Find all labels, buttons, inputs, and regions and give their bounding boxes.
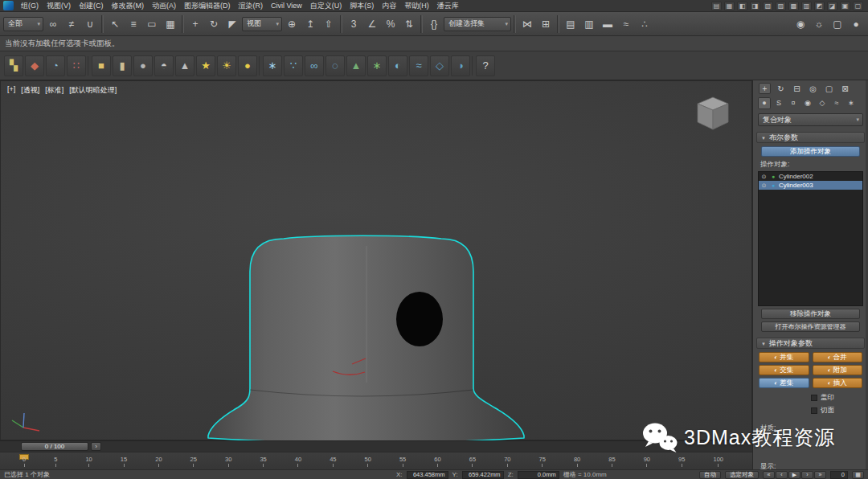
terrain-icon[interactable]: ▲ [346, 55, 366, 76]
star-icon[interactable]: ★ [196, 55, 215, 76]
motion-tab[interactable]: ◎ [807, 83, 819, 94]
next-frame-button[interactable]: › [91, 442, 101, 451]
select-and-move-icon[interactable]: + [186, 15, 204, 33]
hemisphere-icon[interactable]: ◓ [154, 55, 174, 76]
window-crossing-icon[interactable]: ▦ [162, 15, 179, 33]
track-bar[interactable]: 0 5 10 15 20 [0, 452, 752, 469]
x-coordinate-field[interactable]: 643.458mm [407, 471, 448, 479]
rows-icon[interactable]: ▥ [801, 2, 812, 10]
angle-snap-icon[interactable]: ∠ [363, 15, 381, 33]
render-setup-icon[interactable]: ☼ [810, 15, 828, 33]
mesher-icon[interactable]: ◇ [430, 55, 449, 76]
snaps-toggle-icon[interactable]: 3 [345, 15, 362, 33]
menu-item[interactable]: 创建(C) [75, 0, 108, 12]
percent-snap-icon[interactable]: % [382, 15, 399, 33]
imprint-checkbox[interactable]: 盖印 [811, 393, 868, 403]
corner-br-icon[interactable]: ◪ [827, 2, 837, 10]
z-coordinate-field[interactable]: 0.0mm [518, 471, 559, 479]
checkbox[interactable] [811, 407, 817, 414]
half-left-icon[interactable]: ◧ [737, 2, 747, 10]
loft-icon[interactable]: ≈ [409, 55, 428, 76]
yellow-sphere-icon[interactable]: ● [238, 55, 257, 76]
menu-item[interactable]: 潘云库 [433, 0, 463, 12]
menu-item[interactable]: 渲染(R) [235, 0, 268, 12]
3ds-max-logo-icon[interactable] [3, 1, 14, 10]
geometry-category[interactable]: ● [758, 97, 771, 109]
proboolean-icon[interactable]: ◑ [451, 55, 470, 76]
menu-item[interactable]: 组(G) [17, 0, 43, 12]
keyboard-shortcut-override-icon[interactable]: ⇧ [320, 15, 338, 33]
square-dot-icon[interactable]: ▣ [840, 2, 850, 10]
box-icon[interactable]: ■ [92, 55, 111, 76]
shapes-category[interactable]: S [772, 97, 785, 109]
subtract-button[interactable]: 差集 [759, 378, 809, 388]
snowflake-icon[interactable]: ∗ [263, 55, 282, 76]
attach-button[interactable]: 附加 [813, 365, 863, 375]
scene-canvas[interactable] [1, 81, 753, 441]
reference-coordinate-dropdown[interactable]: 视图 [242, 17, 282, 31]
object-category-dropdown[interactable]: 复合对象 [758, 113, 863, 126]
perspective-viewport[interactable]: [+] [透视] [标准] [默认明暗处理] [0, 80, 752, 440]
window-layout-icon[interactable]: ▤ [711, 2, 722, 10]
intersect-button[interactable]: 交集 [759, 365, 809, 375]
next-frame-button[interactable]: › [801, 471, 813, 479]
connect-icon[interactable]: ∞ [305, 55, 324, 76]
operands-list[interactable]: Cylinder002 Cylinder003 [758, 171, 863, 306]
open-boolean-explorer-button[interactable]: 打开布尔操作资源管理器 [761, 321, 860, 332]
orbit-tool-icon[interactable]: ◔ [46, 55, 65, 76]
create-tab[interactable]: + [759, 83, 771, 94]
sun-icon[interactable]: ☀ [217, 55, 236, 76]
menu-item[interactable]: 视图(V) [43, 0, 75, 12]
insert-button[interactable]: 插入 [813, 378, 863, 388]
cylinder-icon[interactable]: ▮ [113, 55, 132, 76]
hatch-left-icon[interactable]: ▧ [763, 2, 773, 10]
hierarchy-tab[interactable]: ⊟ [791, 83, 803, 94]
select-and-manipulate-icon[interactable]: ↥ [301, 15, 319, 33]
cameras-category[interactable]: ◉ [801, 97, 814, 109]
remove-operand-button[interactable]: 移除操作对象 [761, 309, 860, 319]
lights-category[interactable]: ¤ [787, 97, 800, 109]
modify-tab[interactable]: ↻ [775, 83, 787, 94]
checkbox[interactable] [811, 395, 817, 401]
named-selection-sets-dropdown[interactable]: 创建选择集 [444, 17, 511, 31]
space-warps-category[interactable]: ≈ [830, 97, 843, 109]
menu-item[interactable]: 内容 [378, 0, 400, 12]
help-icon[interactable]: ? [476, 55, 495, 76]
visibility-eye-icon[interactable] [760, 182, 768, 189]
scatter-icon[interactable]: ∵ [284, 55, 303, 76]
align-icon[interactable]: ⊞ [537, 15, 555, 33]
menu-item[interactable]: 自定义(U) [306, 0, 346, 12]
ribbon-toggle-icon[interactable]: ▬ [599, 15, 616, 33]
union-button[interactable]: 并集 [759, 352, 809, 362]
viewport-shading-menu[interactable]: [默认明暗处理] [69, 85, 117, 96]
schematic-view-icon[interactable]: ∴ [636, 15, 653, 33]
sphere-icon[interactable]: ● [133, 55, 153, 76]
utilities-tab[interactable]: ⊠ [839, 83, 851, 94]
auto-key-button[interactable]: 自动 [699, 471, 721, 479]
viewport-general-menu[interactable]: [+] [7, 85, 15, 96]
select-object-icon[interactable]: ↖ [106, 15, 124, 33]
mirror-icon[interactable]: ⋈ [518, 15, 536, 33]
rendered-frame-window-icon[interactable]: ▢ [829, 15, 846, 33]
boolean-params-rollout-header[interactable]: 布尔参数 [756, 132, 865, 143]
operand-row[interactable]: Cylinder002 [759, 172, 862, 181]
visibility-eye-icon[interactable] [760, 174, 768, 180]
systems-category[interactable]: ∗ [845, 97, 858, 109]
corner-tl-icon[interactable]: ◩ [814, 2, 825, 10]
menu-item[interactable]: 图形编辑器(D) [180, 0, 235, 12]
view-cube[interactable] [692, 94, 734, 134]
y-coordinate-field[interactable]: 659.422mm [462, 471, 504, 479]
menu-item[interactable]: 动画(A) [148, 0, 180, 12]
spinner-snap-icon[interactable]: ⇅ [400, 15, 418, 33]
boolean-icon[interactable]: ◐ [388, 55, 407, 76]
cookie-checkbox[interactable]: 切面 [811, 406, 868, 416]
material-editor-icon[interactable]: ◉ [792, 15, 809, 33]
select-and-scale-icon[interactable]: ◤ [223, 15, 241, 33]
particles-icon[interactable]: ∷ [67, 55, 86, 76]
previous-frame-button[interactable]: ‹ [776, 471, 788, 479]
play-button[interactable]: ▶ [788, 471, 800, 479]
go-to-start-button[interactable]: « [763, 471, 775, 479]
select-and-rotate-icon[interactable]: ↻ [205, 15, 223, 33]
pick-reference-icon[interactable]: ◆ [25, 55, 44, 76]
bind-to-space-warp-icon[interactable]: ∪ [81, 15, 99, 33]
